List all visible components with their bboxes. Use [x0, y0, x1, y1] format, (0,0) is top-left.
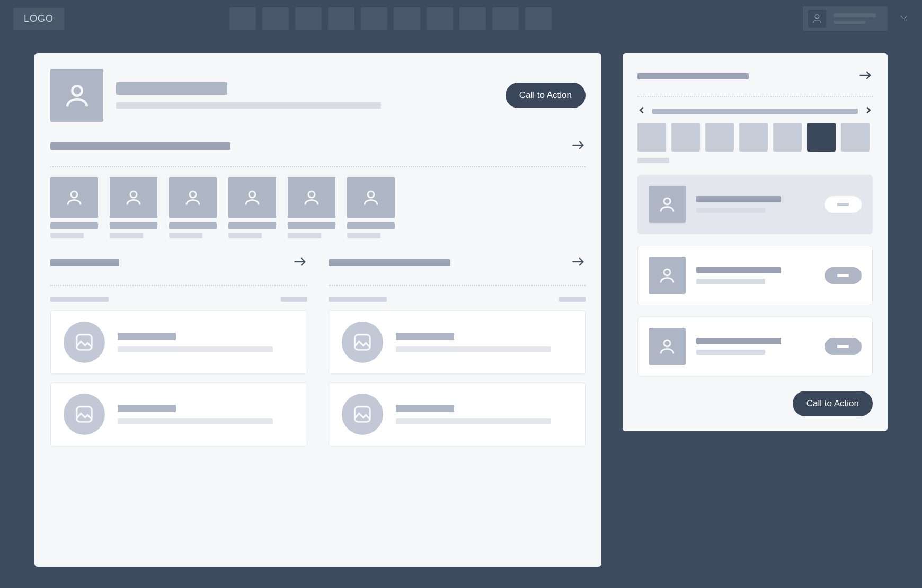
hero-title: [116, 82, 227, 95]
nav-item[interactable]: [394, 7, 420, 30]
two-column-sections: [50, 254, 586, 446]
chevron-left-icon[interactable]: [637, 106, 646, 117]
person-card[interactable]: [228, 177, 276, 238]
people-section: [50, 138, 586, 238]
nav-item[interactable]: [229, 7, 256, 30]
section-b: [329, 254, 586, 446]
section-a: [50, 254, 307, 446]
user-menu[interactable]: [803, 6, 888, 31]
calendar-month: [652, 109, 858, 114]
person-icon: [649, 257, 686, 294]
hero-subtitle: [116, 102, 381, 109]
day-row: [637, 123, 873, 152]
arrow-right-icon[interactable]: [571, 254, 586, 271]
day-cell[interactable]: [773, 123, 802, 152]
section-title: [329, 259, 450, 266]
person-icon: [228, 177, 276, 218]
nav-item[interactable]: [361, 7, 387, 30]
nav-item[interactable]: [459, 7, 486, 30]
event-action-button[interactable]: [825, 338, 862, 355]
day-cell[interactable]: [841, 123, 870, 152]
person-icon: [808, 10, 826, 28]
day-cell[interactable]: [637, 123, 666, 152]
event-card-active[interactable]: [637, 175, 873, 234]
main-panel: Call to Action: [34, 53, 601, 567]
person-card[interactable]: [288, 177, 335, 238]
arrow-right-icon[interactable]: [858, 68, 873, 85]
content-card[interactable]: [329, 382, 586, 446]
event-action-button[interactable]: [825, 196, 862, 213]
image-icon: [342, 394, 383, 435]
day-cell[interactable]: [739, 123, 768, 152]
person-icon: [110, 177, 157, 218]
event-card[interactable]: [637, 246, 873, 305]
day-cell[interactable]: [705, 123, 734, 152]
person-icon: [288, 177, 335, 218]
event-action-button[interactable]: [825, 267, 862, 284]
person-icon: [50, 69, 103, 122]
section-title: [50, 142, 230, 150]
event-card[interactable]: [637, 317, 873, 376]
chevron-right-icon[interactable]: [864, 106, 873, 117]
day-label: [637, 158, 669, 163]
person-card[interactable]: [169, 177, 217, 238]
person-card[interactable]: [347, 177, 395, 238]
nav-item[interactable]: [328, 7, 354, 30]
hero: Call to Action: [50, 69, 586, 122]
nav-item[interactable]: [492, 7, 519, 30]
side-panel: Call to Action: [623, 53, 888, 431]
section-title: [50, 259, 119, 266]
day-cell-selected[interactable]: [807, 123, 836, 152]
topbar: LOGO: [0, 0, 922, 37]
day-cell[interactable]: [671, 123, 700, 152]
person-icon: [347, 177, 395, 218]
person-icon: [50, 177, 98, 218]
content-card[interactable]: [50, 310, 307, 374]
side-cta-button[interactable]: Call to Action: [793, 391, 873, 416]
person-icon: [649, 186, 686, 223]
logo[interactable]: LOGO: [13, 8, 64, 30]
image-icon: [342, 322, 383, 363]
person-card[interactable]: [50, 177, 98, 238]
nav-item[interactable]: [525, 7, 552, 30]
calendar-nav: [637, 106, 873, 117]
hero-cta-button[interactable]: Call to Action: [506, 83, 586, 108]
arrow-right-icon[interactable]: [292, 254, 307, 271]
image-icon: [64, 322, 105, 363]
nav-item[interactable]: [262, 7, 289, 30]
chevron-down-icon[interactable]: [899, 13, 909, 24]
nav-item[interactable]: [427, 7, 453, 30]
content-card[interactable]: [329, 310, 586, 374]
image-icon: [64, 394, 105, 435]
arrow-right-icon[interactable]: [571, 138, 586, 155]
person-card[interactable]: [110, 177, 157, 238]
top-nav: [229, 7, 552, 30]
side-title: [637, 73, 749, 79]
nav-item[interactable]: [295, 7, 322, 30]
person-icon: [649, 328, 686, 365]
content-card[interactable]: [50, 382, 307, 446]
person-icon: [169, 177, 217, 218]
